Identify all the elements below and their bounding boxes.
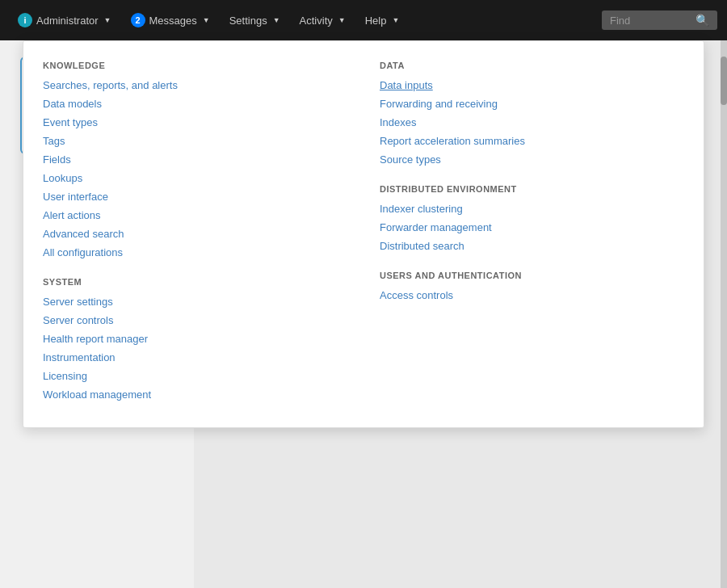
link-data-models[interactable]: Data models — [43, 99, 347, 109]
help-label: Help — [365, 15, 387, 27]
activity-menu[interactable]: Activity ▼ — [292, 10, 354, 32]
info-icon: i — [18, 13, 32, 27]
users-links: Access controls — [380, 290, 684, 300]
scrollbar-thumb — [721, 57, 727, 105]
link-fields[interactable]: Fields — [43, 154, 347, 165]
admin-menu[interactable]: i Administrator ▼ — [10, 8, 120, 32]
data-distributed-users-column: DATA Data inputsForwarding and receiving… — [380, 61, 684, 408]
settings-dropdown: KNOWLEDGE Searches, reports, and alertsD… — [23, 40, 704, 428]
admin-chevron: ▼ — [104, 16, 111, 24]
messages-menu[interactable]: 2 Messages ▼ — [123, 8, 218, 32]
system-title: SYSTEM — [43, 277, 347, 287]
link-instrumentation[interactable]: Instrumentation — [43, 352, 347, 363]
link-health-report-manager[interactable]: Health report manager — [43, 334, 347, 344]
link-tags[interactable]: Tags — [43, 136, 347, 146]
link-indexes[interactable]: Indexes — [380, 117, 684, 128]
link-workload-management[interactable]: Workload management — [43, 389, 347, 400]
link-lookups[interactable]: Lookups — [43, 173, 347, 183]
help-chevron: ▼ — [392, 16, 399, 24]
knowledge-system-column: KNOWLEDGE Searches, reports, and alertsD… — [43, 61, 347, 408]
activity-chevron: ▼ — [338, 16, 346, 24]
activity-label: Activity — [300, 15, 333, 27]
messages-label: Messages — [149, 15, 197, 27]
link-server-settings[interactable]: Server settings — [43, 296, 347, 307]
link-indexer-clustering[interactable]: Indexer clustering — [380, 204, 684, 214]
link-forwarder-management[interactable]: Forwarder management — [380, 222, 684, 233]
link-source-types[interactable]: Source types — [380, 154, 684, 165]
navbar: i Administrator ▼ 2 Messages ▼ Settings … — [0, 0, 727, 40]
link-advanced-search[interactable]: Advanced search — [43, 229, 347, 239]
search-bar[interactable]: 🔍 — [602, 10, 717, 30]
link-event-types[interactable]: Event types — [43, 117, 347, 128]
users-title: USERS AND AUTHENTICATION — [380, 271, 684, 280]
settings-chevron: ▼ — [273, 16, 280, 24]
link-server-controls[interactable]: Server controls — [43, 315, 347, 326]
link-searches-reports-and-alerts[interactable]: Searches, reports, and alerts — [43, 80, 347, 90]
search-icon: 🔍 — [695, 14, 709, 27]
link-distributed-search[interactable]: Distributed search — [380, 241, 684, 251]
search-input[interactable] — [610, 15, 691, 27]
link-forwarding-and-receiving[interactable]: Forwarding and receiving — [380, 99, 684, 109]
settings-menu[interactable]: Settings ▼ — [221, 10, 288, 32]
link-data-inputs[interactable]: Data inputs — [380, 80, 684, 90]
data-title: DATA — [380, 61, 684, 70]
settings-label: Settings — [229, 15, 267, 27]
distributed-title: DISTRIBUTED ENVIRONMENT — [380, 184, 684, 194]
link-access-controls[interactable]: Access controls — [380, 290, 684, 300]
messages-chevron: ▼ — [203, 16, 210, 24]
link-all-configurations[interactable]: All configurations — [43, 247, 347, 258]
knowledge-title: KNOWLEDGE — [43, 61, 347, 70]
admin-label: Administrator — [36, 15, 99, 27]
distributed-links: Indexer clusteringForwarder managementDi… — [380, 204, 684, 251]
dropdown-content: KNOWLEDGE Searches, reports, and alertsD… — [23, 41, 704, 427]
messages-badge: 2 — [131, 13, 145, 27]
link-licensing[interactable]: Licensing — [43, 371, 347, 381]
scrollbar[interactable] — [721, 40, 727, 588]
link-alert-actions[interactable]: Alert actions — [43, 210, 347, 220]
link-user-interface[interactable]: User interface — [43, 191, 347, 202]
data-links: Data inputsForwarding and receivingIndex… — [380, 80, 684, 165]
knowledge-links: Searches, reports, and alertsData models… — [43, 80, 347, 258]
help-menu[interactable]: Help ▼ — [357, 10, 408, 32]
system-links: Server settingsServer controlsHealth rep… — [43, 296, 347, 400]
link-report-acceleration-summaries[interactable]: Report acceleration summaries — [380, 136, 684, 146]
main-area: Add Data Monitoring Console KNOWLEDGE Se… — [0, 40, 727, 588]
